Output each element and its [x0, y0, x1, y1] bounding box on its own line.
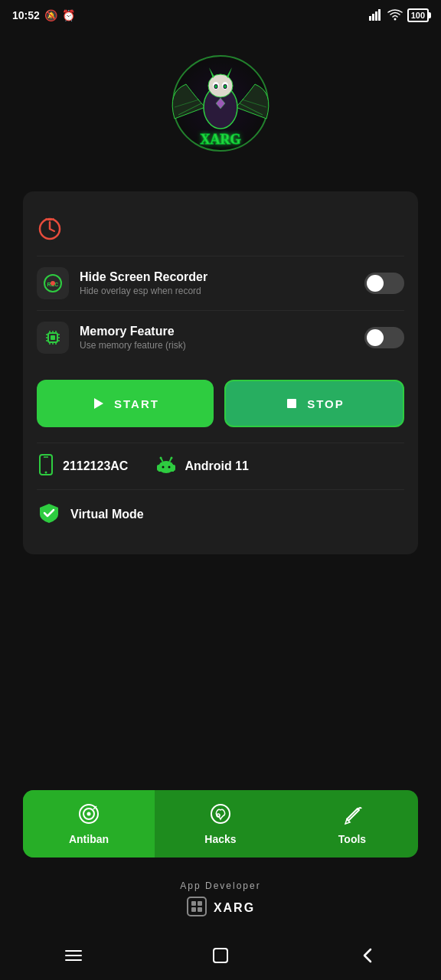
svg-point-16	[215, 85, 217, 88]
nav-menu-button[interactable]	[60, 942, 87, 969]
system-nav-bar	[0, 931, 441, 980]
svg-rect-0	[369, 16, 371, 21]
phone-icon	[37, 454, 55, 479]
stop-label: STOP	[307, 397, 345, 410]
hide-recorder-subtitle: Hide overlay esp when record	[80, 286, 207, 296]
start-button[interactable]: START	[37, 380, 214, 427]
svg-point-61	[87, 812, 91, 816]
logo-container: XARG XARG	[159, 46, 282, 168]
svg-point-47	[45, 472, 47, 474]
svg-point-11	[208, 74, 233, 97]
device-id-value: 2112123AC	[63, 459, 128, 473]
nav-back-button[interactable]	[354, 942, 381, 969]
svg-text:XARG: XARG	[201, 132, 241, 147]
svg-rect-50	[158, 466, 174, 472]
developer-label: App Developer	[0, 880, 441, 891]
status-right: 100	[369, 8, 429, 23]
brand-name: XARG	[214, 901, 255, 915]
nav-antiban[interactable]: Antiban	[23, 790, 155, 858]
antiban-label: Antiban	[69, 833, 109, 845]
memory-feature-toggle[interactable]	[364, 327, 404, 348]
svg-rect-31	[51, 335, 55, 340]
svg-marker-44	[94, 398, 103, 409]
svg-rect-69	[198, 907, 202, 912]
antiban-icon	[77, 802, 100, 828]
hide-recorder-title: Hide Screen Recorder	[80, 270, 207, 284]
android-version-item: Android 11	[155, 454, 249, 479]
android-version-value: Android 11	[185, 459, 249, 473]
svg-rect-68	[191, 907, 196, 912]
svg-rect-45	[287, 399, 296, 408]
developer-brand: XARG	[0, 896, 441, 920]
svg-rect-57	[157, 465, 160, 471]
cpu-icon-wrapper	[37, 322, 69, 354]
svg-point-55	[160, 457, 162, 459]
stop-button[interactable]: STOP	[224, 380, 404, 427]
nav-home-button[interactable]	[207, 942, 234, 969]
start-stop-row: START STOP	[37, 380, 404, 427]
svg-point-51	[162, 466, 165, 469]
play-icon	[91, 396, 106, 411]
svg-rect-67	[198, 901, 202, 906]
status-bar: 10:52 🔕 ⏰ 100	[0, 0, 441, 31]
svg-point-52	[168, 466, 171, 469]
svg-rect-65	[188, 897, 206, 916]
svg-line-23	[50, 229, 54, 231]
svg-rect-66	[191, 901, 196, 906]
svg-point-4	[394, 18, 396, 20]
virtual-mode-label: Virtual Mode	[70, 508, 144, 521]
xarg-logo: XARG XARG	[159, 46, 282, 168]
battery-display: 100	[407, 8, 429, 22]
hide-recorder-row: REC Hide Screen Recorder Hide overlay es…	[37, 256, 404, 310]
tools-icon	[341, 802, 364, 828]
svg-rect-24	[47, 218, 52, 220]
svg-line-26	[53, 218, 54, 220]
start-label: START	[114, 397, 159, 410]
stop-icon	[284, 396, 299, 411]
feature-card: REC Hide Screen Recorder Hide overlay es…	[23, 191, 418, 554]
status-left: 10:52 🔕 ⏰	[12, 9, 75, 21]
svg-rect-1	[372, 14, 374, 21]
rec-icon-wrapper: REC	[37, 267, 69, 299]
hide-recorder-toggle[interactable]	[364, 273, 404, 294]
shield-check-icon	[37, 501, 61, 528]
svg-point-64	[217, 814, 220, 817]
svg-rect-2	[375, 11, 377, 21]
nav-tools[interactable]: Tools	[286, 790, 418, 858]
memory-feature-row: Memory Feature Use memory feature (risk)	[37, 310, 404, 364]
alarm-icon: ⏰	[62, 9, 75, 21]
timer-row	[37, 207, 404, 256]
device-id-item: 2112123AC	[37, 454, 128, 479]
bottom-nav: Antiban Hacks Tools	[23, 790, 418, 858]
developer-footer: App Developer XARG	[0, 873, 441, 931]
memory-feature-title: Memory Feature	[80, 325, 186, 338]
mute-icon: 🔕	[44, 9, 57, 21]
signal-icon	[369, 8, 383, 23]
hacks-icon	[209, 802, 232, 828]
main-content: XARG XARG	[0, 31, 441, 782]
virtual-mode-row: Virtual Mode	[37, 489, 404, 539]
brand-icon	[186, 896, 207, 920]
svg-point-29	[51, 281, 55, 286]
svg-line-25	[46, 218, 47, 220]
hacks-label: Hacks	[204, 833, 236, 845]
android-icon	[155, 454, 177, 479]
nav-hacks[interactable]: Hacks	[155, 790, 286, 858]
svg-point-17	[224, 85, 227, 88]
wifi-icon	[387, 8, 403, 23]
svg-rect-3	[378, 9, 381, 21]
logo-area: XARG XARG	[23, 31, 418, 191]
time-display: 10:52	[12, 9, 40, 21]
timer-icon	[37, 230, 63, 243]
svg-point-56	[171, 457, 173, 459]
device-info-row: 2112123AC	[37, 443, 404, 489]
memory-feature-subtitle: Use memory feature (risk)	[80, 340, 186, 351]
svg-rect-58	[172, 465, 175, 471]
tools-label: Tools	[338, 833, 366, 845]
svg-rect-73	[214, 949, 227, 962]
